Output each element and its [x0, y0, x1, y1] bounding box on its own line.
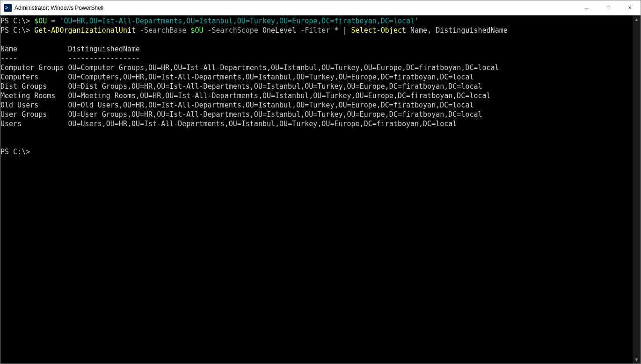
- close-icon: ✕: [628, 5, 632, 10]
- window-title: Administrator: Windows PowerShell: [15, 0, 576, 15]
- close-button[interactable]: ✕: [619, 0, 641, 15]
- maximize-button[interactable]: ☐: [597, 0, 619, 15]
- scroll-up-icon[interactable]: ▲: [633, 15, 641, 23]
- minimize-icon: —: [584, 5, 589, 10]
- window-controls: — ☐ ✕: [576, 0, 641, 15]
- terminal-output[interactable]: PS C:\> $OU = 'OU=HR,OU=Ist-All-Departme…: [0, 15, 633, 364]
- powershell-window: >_ Administrator: Windows PowerShell — ☐…: [0, 0, 641, 364]
- app-icon: >_: [4, 4, 12, 12]
- minimize-button[interactable]: —: [576, 0, 597, 15]
- app-icon-label: >_: [5, 5, 10, 10]
- terminal-area: PS C:\> $OU = 'OU=HR,OU=Ist-All-Departme…: [0, 15, 641, 364]
- maximize-icon: ☐: [606, 5, 611, 10]
- scrollbar[interactable]: ▲ ▼: [633, 15, 641, 364]
- scroll-down-icon[interactable]: ▼: [633, 356, 641, 364]
- title-bar[interactable]: >_ Administrator: Windows PowerShell — ☐…: [0, 0, 641, 15]
